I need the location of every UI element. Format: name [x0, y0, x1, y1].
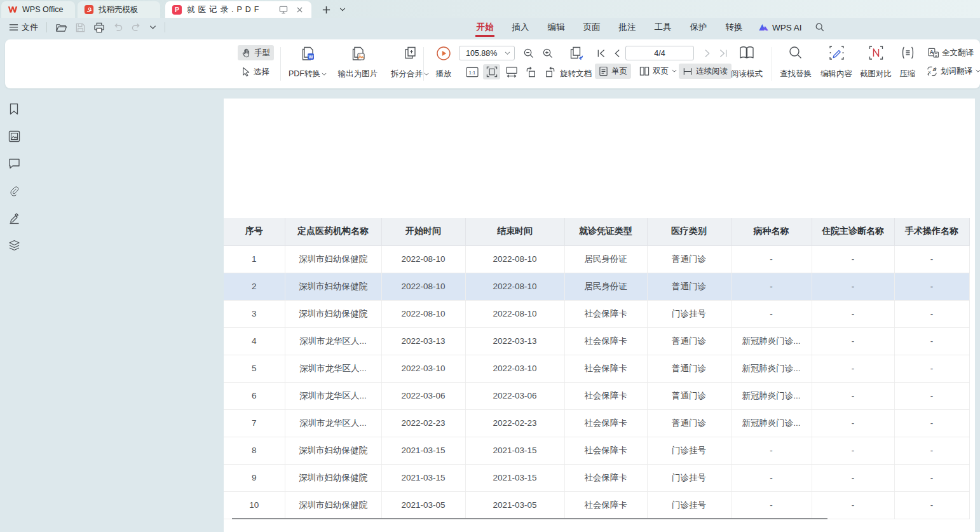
table-cell: 2021-03-15 [381, 464, 465, 491]
pen-icon [8, 212, 20, 224]
file-menu-button[interactable]: 文件 [5, 20, 42, 35]
column-header: 结束时间 [465, 218, 564, 245]
rotate-left-button[interactable] [522, 65, 539, 79]
table-cell: 2022-02-23 [381, 409, 465, 437]
table-cell: 深圳市龙华区人... [285, 382, 381, 409]
zoom-level-select[interactable]: 105.88% [459, 46, 515, 60]
rotate-document-button[interactable]: 旋转文档 [555, 44, 596, 83]
table-cell: 1 [224, 245, 285, 273]
search-icon [815, 22, 825, 32]
select-tool-button[interactable]: 选择 [238, 64, 273, 79]
menu-item-6[interactable]: 保护 [681, 18, 716, 37]
table-cell: 社会保障卡 [564, 437, 647, 464]
toolbar-separator [280, 47, 281, 81]
fit-page-icon [486, 66, 498, 78]
continuous-read-label: 连续阅读 [696, 66, 728, 77]
menu-item-5[interactable]: 工具 [645, 18, 681, 37]
table-cell: - [812, 409, 894, 437]
menu-item-7[interactable]: 转换 [716, 18, 752, 37]
table-row: 5深圳市龙华区人...2022-03-102022-03-10社会保障卡普通门诊… [224, 355, 969, 382]
menu-item-3[interactable]: 页面 [574, 18, 609, 37]
export-image-button[interactable]: 输出为图片 [332, 44, 384, 83]
hamburger-icon [9, 24, 18, 31]
play-button[interactable]: 播放 [427, 44, 460, 83]
new-tab-button[interactable] [319, 3, 333, 17]
navigation-sidebar [0, 89, 28, 532]
table-cell: - [894, 355, 969, 382]
edit-content-button[interactable]: 编辑内容 [816, 44, 857, 83]
table-cell: 2021-03-05 [465, 491, 564, 519]
menu-item-1[interactable]: 插入 [503, 18, 538, 37]
tab-template[interactable]: 找稻壳模板 [78, 1, 160, 18]
table-cell: - [894, 300, 969, 327]
read-mode-button[interactable]: 阅读模式 [727, 44, 766, 83]
table-cell: 深圳市妇幼保健院 [285, 437, 381, 464]
undo-button[interactable] [109, 20, 127, 35]
zoom-in-icon [542, 48, 554, 59]
thumbnail-panel-button[interactable] [7, 129, 21, 143]
double-page-label: 双页 [653, 66, 669, 77]
quickbar-more-button[interactable] [146, 20, 160, 35]
redo-button[interactable] [127, 20, 146, 35]
present-window-button[interactable] [278, 4, 289, 15]
comment-panel-button[interactable] [7, 156, 21, 170]
tab-wps-home[interactable]: WPS Office [1, 1, 75, 18]
save-button[interactable] [71, 20, 90, 35]
actual-size-button[interactable]: 1:1 [464, 65, 480, 79]
tab-list-button[interactable] [336, 3, 350, 17]
table-cell: - [812, 300, 894, 327]
first-page-button[interactable] [595, 48, 608, 59]
screenshot-compare-button[interactable]: 截图对比 [855, 44, 896, 83]
tab-document-active[interactable]: P 就医记录.PDF [165, 1, 311, 18]
table-cell: 深圳市妇幼保健院 [285, 245, 381, 273]
full-translate-button[interactable]: A 全文翻译 [924, 45, 977, 60]
menu-item-0[interactable]: 开始 [467, 18, 503, 37]
thumbnail-icon [8, 130, 20, 142]
single-page-icon [599, 66, 608, 76]
annotate-panel-button[interactable] [7, 211, 21, 225]
close-tab-button[interactable] [294, 4, 305, 15]
zoom-out-button[interactable] [521, 46, 536, 60]
attachment-panel-button[interactable] [7, 184, 21, 198]
page-indicator-input[interactable]: 4/4 [625, 46, 694, 60]
table-cell: 4 [224, 327, 285, 355]
fit-width-icon [505, 66, 518, 78]
quick-access-bar: 文件 [0, 18, 980, 37]
compress-button[interactable]: 压缩 [894, 44, 922, 83]
previous-page-button[interactable] [611, 48, 623, 59]
layers-panel-button[interactable] [7, 238, 21, 252]
word-translate-label: 划词翻译 [941, 66, 972, 77]
continuous-read-button[interactable]: 连续阅读 [679, 64, 732, 79]
bookmark-panel-button[interactable] [7, 102, 21, 116]
ribbon-menu: 开始插入编辑页面批注工具保护转换 WPS AI [467, 18, 831, 37]
table-cell: 普通门诊 [647, 273, 731, 300]
single-page-button[interactable]: 单页 [595, 64, 631, 79]
pdf-convert-button[interactable]: W PDF转换 [283, 44, 332, 83]
word-translate-icon: x A [927, 66, 937, 76]
menu-item-2[interactable]: 编辑 [538, 18, 574, 37]
find-replace-button[interactable]: 查找替换 [775, 44, 816, 83]
table-cell: 普通门诊 [647, 409, 731, 437]
zoom-in-button[interactable] [540, 46, 555, 60]
read-mode-label: 阅读模式 [731, 69, 763, 79]
table-cell: - [731, 245, 812, 273]
table-cell: 2022-08-10 [465, 300, 564, 327]
menu-item-4[interactable]: 批注 [609, 18, 645, 37]
table-cell: 2021-03-15 [381, 437, 465, 464]
fit-width-button[interactable] [503, 65, 520, 79]
open-file-button[interactable] [51, 20, 71, 35]
column-header: 开始时间 [381, 218, 465, 245]
svg-text:P: P [175, 6, 179, 13]
next-page-button[interactable] [702, 48, 713, 59]
export-image-icon [350, 45, 367, 62]
wps-ai-button[interactable]: WPS AI [752, 23, 808, 32]
hand-tool-button[interactable]: 手型 [238, 45, 274, 60]
table-cell: 门诊挂号 [647, 300, 731, 327]
print-button[interactable] [90, 20, 109, 35]
double-page-button[interactable]: 双页 [636, 64, 681, 79]
fit-page-button[interactable] [483, 64, 500, 79]
ribbon-search-button[interactable] [808, 22, 831, 32]
svg-text:1:1: 1:1 [469, 69, 476, 75]
window-tab-bar: WPS Office 找稻壳模板 P 就医记录.PDF [0, 0, 980, 18]
word-translate-button[interactable]: x A 划词翻译 [923, 64, 980, 79]
